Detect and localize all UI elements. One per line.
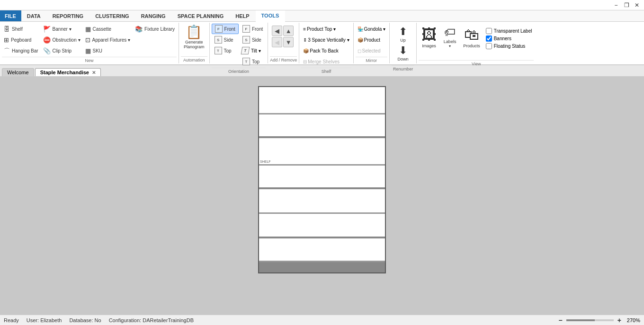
space-vertically-button[interactable]: ⇕ 3 Space Vertically ▾ [301, 35, 351, 45]
pegboard-icon: ⊞ [4, 37, 9, 43]
minimize-button[interactable]: − [611, 0, 621, 10]
hanging-bar-button[interactable]: ⌒ Hanging Bar [2, 45, 40, 56]
tilt-icon: T [241, 47, 250, 54]
group-view: 🖼 Images 🏷 Labels ▾ 🛍 Products Transpa [417, 23, 536, 63]
group-view-items: 🖼 Images 🏷 Labels ▾ 🛍 Products Transpa [419, 24, 534, 59]
apparel-fixtures-icon: ⊡ [85, 37, 90, 43]
labels-button[interactable]: 🏷 Labels ▾ [440, 24, 459, 59]
staple-merchandise-tab-label: Staple Merchandise [40, 70, 89, 75]
new-col1: 🗄 Shelf ⊞ Pegboard ⌒ Hanging Bar [2, 24, 40, 56]
staple-merchandise-tab-close[interactable]: ✕ [92, 70, 96, 75]
cassette-icon: ▦ [85, 26, 91, 32]
transparent-label-check[interactable]: Transparent Label [484, 27, 534, 35]
down-button[interactable]: ⬇ Down [393, 44, 413, 62]
tab-ranging[interactable]: RANGING [135, 10, 172, 21]
shelf-row-1 [259, 87, 385, 114]
up-button[interactable]: ⬆ Up [393, 26, 413, 44]
tilt-button[interactable]: T Tilt ▾ [240, 45, 266, 56]
pack-to-back-button[interactable]: 📦 Pack To Back [301, 45, 351, 56]
images-icon: 🖼 [421, 26, 437, 44]
gondola-button[interactable]: 🏪 Gondola ▾ [356, 24, 388, 34]
tab-reporting[interactable]: REPORTING [47, 10, 89, 21]
tab-space-planning[interactable]: SPACE PLANNING [172, 10, 230, 21]
zoom-plus-button[interactable]: + [616, 316, 623, 324]
sku-button[interactable]: ▦ SKU [83, 45, 133, 56]
restore-button[interactable]: ❐ [621, 0, 632, 10]
new-col3: ▦ Cassette ⊡ Apparel Fixtures ▾ ▦ SKU [83, 24, 133, 56]
banner-button[interactable]: 🚩 Banner ▾ [41, 24, 82, 34]
orient-col2: F Front S Side T Tilt ▾ T Top [240, 24, 266, 67]
front-button-secondary[interactable]: F Front [240, 24, 266, 34]
group-new-label: New [2, 57, 177, 64]
group-shelf-items: ≡ Product Top ▾ ⇕ 3 Space Vertically ▾ 📦… [301, 24, 351, 67]
floating-status-check[interactable]: Floating Status [484, 43, 534, 50]
top-icon-secondary: T [242, 58, 250, 65]
side-button-secondary[interactable]: S Side [240, 35, 266, 45]
banners-checkbox[interactable] [486, 35, 492, 42]
zoom-minus-button[interactable]: − [556, 316, 564, 324]
generate-planogram-button[interactable]: 📋 Generate Planogram [181, 24, 207, 51]
space-vertically-icon: ⇕ [303, 37, 307, 43]
zoom-bar: − + 270% [556, 316, 640, 324]
ribbon-content: 🗄 Shelf ⊞ Pegboard ⌒ Hanging Bar 🚩 [0, 22, 644, 64]
welcome-tab[interactable]: Welcome [2, 68, 34, 76]
zoom-slider[interactable] [566, 319, 614, 321]
merge-shelves-icon: ⊟ [303, 59, 307, 64]
obstruction-button[interactable]: ⛔ Obstruction ▾ [41, 35, 82, 45]
banners-check[interactable]: Banners [484, 35, 534, 42]
group-add-remove-label: Add / Remove [270, 56, 297, 63]
side-icon-primary: S [215, 36, 222, 44]
fixture-library-button[interactable]: 📚 Fixture Library [133, 24, 177, 34]
group-renumber-items: ⬆ Up ⬇ Down [392, 24, 414, 64]
top-button-secondary[interactable]: T Top [240, 56, 266, 67]
group-orientation: F Front S Side T Top F Front [210, 23, 268, 63]
transparent-label-checkbox[interactable] [486, 28, 492, 34]
side-icon-secondary: S [242, 36, 250, 44]
top-button-primary[interactable]: T Top [212, 45, 239, 56]
front-button-primary[interactable]: F Front [212, 24, 239, 34]
floating-status-label-text: Floating Status [494, 44, 526, 49]
staple-merchandise-tab[interactable]: Staple Merchandise ✕ [35, 68, 101, 76]
clip-strip-button[interactable]: 📎 Clip Strip [41, 45, 82, 56]
tab-clustering[interactable]: CLUSTERING [89, 10, 135, 21]
canvas-area: SHELF [0, 77, 644, 315]
shelf-button[interactable]: 🗄 Shelf [2, 24, 40, 34]
side-button-primary[interactable]: S Side [212, 35, 239, 45]
apparel-fixtures-button[interactable]: ⊡ Apparel Fixtures ▾ [83, 35, 133, 45]
group-shelf-label: Shelf [301, 68, 351, 75]
group-mirror: 🏪 Gondola ▾ 📦 Product ◻ Selected Mirror [354, 23, 390, 63]
generate-planogram-icon: 📋 [186, 26, 202, 39]
arrow-left-button[interactable]: ◀ [272, 26, 282, 36]
new-col2: 🚩 Banner ▾ ⛔ Obstruction ▾ 📎 Clip Strip [41, 24, 82, 56]
shelf-row-4 [259, 166, 385, 189]
group-view-label: View [419, 60, 534, 67]
group-automation-label: Automation [181, 56, 207, 63]
pegboard-button[interactable]: ⊞ Pegboard [2, 35, 40, 45]
group-automation-items: 📋 Generate Planogram [181, 24, 207, 55]
group-new: 🗄 Shelf ⊞ Pegboard ⌒ Hanging Bar 🚩 [0, 23, 179, 63]
group-renumber: ⬆ Up ⬇ Down Renumber [390, 23, 417, 63]
tab-data[interactable]: DATA [21, 10, 47, 21]
selected-button[interactable]: ◻ Selected [356, 45, 388, 56]
product-button[interactable]: 📦 Product [356, 35, 388, 45]
shelf-row-6 [259, 214, 385, 238]
arrow-down-button[interactable]: ▼ [283, 37, 294, 47]
tab-file[interactable]: FILE [0, 10, 21, 21]
tab-tools[interactable]: TOOLS [256, 10, 286, 22]
welcome-tab-label: Welcome [7, 70, 29, 75]
images-button[interactable]: 🖼 Images [419, 24, 439, 59]
planogram: SHELF [258, 86, 386, 273]
merge-shelves-button[interactable]: ⊟ Merge Shelves [301, 56, 351, 67]
close-button[interactable]: ✕ [632, 0, 642, 10]
products-button[interactable]: 🛍 Products [460, 24, 483, 59]
ribbon: FILE DATA REPORTING CLUSTERING RANGING S… [0, 10, 644, 65]
floating-status-checkbox[interactable] [486, 43, 492, 49]
zoom-slider-track [566, 319, 595, 321]
shelf-row-5 [259, 189, 385, 214]
tab-help[interactable]: HELP [230, 10, 255, 21]
cassette-button[interactable]: ▦ Cassette [83, 24, 133, 34]
group-mirror-label: Mirror [356, 57, 388, 64]
front-icon: F [215, 25, 223, 33]
arrow-up-button[interactable]: ▲ [283, 26, 294, 36]
product-top-button[interactable]: ≡ Product Top ▾ [301, 24, 351, 34]
